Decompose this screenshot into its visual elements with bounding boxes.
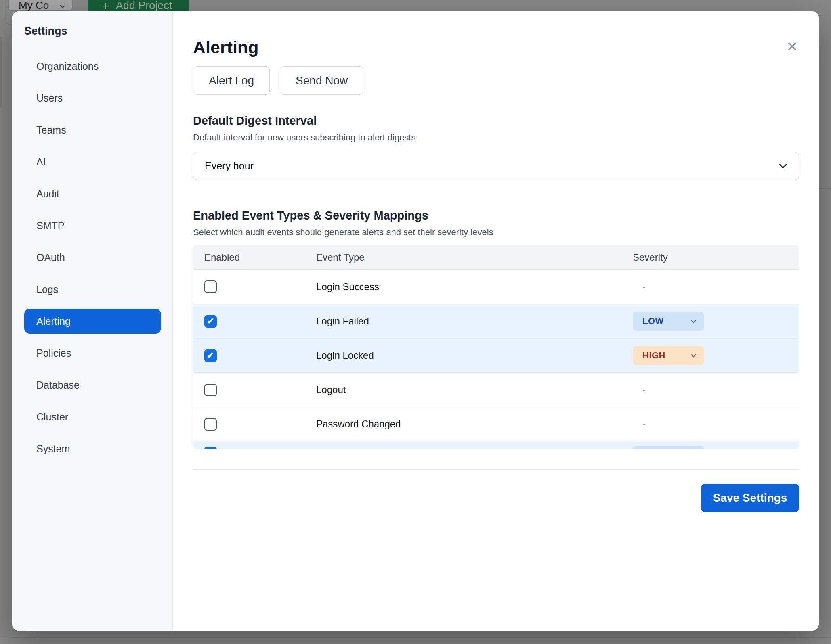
- alerting-panel: ✕ Alerting Alert Log Send Now Default Di…: [173, 11, 819, 631]
- sidebar-item-label: Alerting: [36, 316, 71, 327]
- sidebar-item-oauth[interactable]: OAuth: [24, 245, 161, 270]
- severity-empty: -: [642, 418, 646, 429]
- sidebar-item-users[interactable]: Users: [24, 86, 161, 111]
- sidebar-nav: Organizations Users Teams AI Audit SMTP …: [24, 54, 161, 461]
- severity-cell: HIGH: [633, 346, 799, 365]
- enabled-checkbox[interactable]: [204, 349, 217, 362]
- sidebar-item-smtp[interactable]: SMTP: [24, 213, 161, 238]
- sidebar-item-alerting[interactable]: Alerting: [24, 309, 161, 334]
- severity-cell: -: [633, 281, 799, 293]
- enabled-cell: [193, 349, 316, 362]
- background-panel-edge: [0, 37, 2, 107]
- send-now-button[interactable]: Send Now: [280, 66, 363, 95]
- enabled-cell: [193, 280, 316, 293]
- table-row: Login Success -: [193, 270, 799, 304]
- sidebar-item-policies[interactable]: Policies: [24, 341, 161, 366]
- severity-value: HIGH: [642, 350, 665, 361]
- footer: Save Settings: [193, 484, 799, 512]
- enabled-cell: [193, 384, 316, 396]
- digest-interval-heading: Default Digest Interval: [193, 114, 799, 128]
- background-shade: [0, 638, 831, 644]
- add-project-button[interactable]: + Add Project: [88, 0, 189, 13]
- save-settings-button[interactable]: Save Settings: [701, 484, 799, 512]
- severity-empty: -: [642, 281, 646, 292]
- enabled-cell: [193, 418, 316, 431]
- enabled-checkbox[interactable]: [204, 447, 217, 449]
- sidebar-title: Settings: [24, 25, 161, 38]
- digest-interval-value: Every hour: [205, 160, 254, 172]
- sidebar-item-organizations[interactable]: Organizations: [24, 54, 161, 79]
- table-row: Login Locked HIGH: [193, 338, 799, 372]
- settings-sidebar: Settings Organizations Users Teams AI Au…: [12, 11, 173, 631]
- enabled-cell: [193, 315, 316, 328]
- chevron-down-icon: [691, 318, 696, 323]
- column-header-event-type: Event Type: [316, 252, 633, 263]
- digest-interval-description: Default interval for new users subscribi…: [193, 132, 799, 143]
- table-body: Login Success - Login Failed LOW Login L…: [193, 270, 799, 441]
- sidebar-item-label: Teams: [36, 124, 66, 136]
- table-row: Password Changed -: [193, 407, 799, 441]
- event-type-label: Login Locked: [316, 350, 633, 361]
- severity-empty: -: [642, 384, 646, 395]
- event-types-heading: Enabled Event Types & Severity Mappings: [193, 209, 799, 222]
- alert-log-button[interactable]: Alert Log: [193, 66, 270, 95]
- background-divider: [819, 188, 831, 189]
- table-row: Login Failed LOW: [193, 304, 799, 338]
- sidebar-item-label: Policies: [36, 347, 71, 359]
- event-type-label: Login Success: [316, 281, 633, 293]
- severity-select[interactable]: LOW: [633, 312, 704, 331]
- digest-interval-select[interactable]: Every hour: [193, 152, 799, 180]
- company-switcher-button[interactable]: My Co: [8, 0, 73, 11]
- event-type-label: Logout: [316, 384, 633, 395]
- table-row-partial: [193, 441, 799, 449]
- enabled-checkbox[interactable]: [204, 315, 217, 328]
- page-title: Alerting: [193, 37, 799, 57]
- settings-modal: Settings Organizations Users Teams AI Au…: [12, 11, 819, 631]
- event-type-label: Password Changed: [316, 418, 633, 430]
- enabled-checkbox[interactable]: [204, 418, 217, 431]
- severity-select[interactable]: HIGH: [633, 346, 704, 365]
- plus-icon: +: [102, 2, 109, 10]
- severity-select[interactable]: [633, 446, 704, 449]
- sidebar-item-label: System: [36, 443, 70, 455]
- column-header-enabled: Enabled: [193, 252, 316, 263]
- sidebar-item-logs[interactable]: Logs: [24, 277, 161, 302]
- sidebar-item-label: Database: [36, 379, 80, 391]
- column-header-severity: Severity: [633, 252, 799, 263]
- sidebar-item-label: Audit: [36, 188, 59, 200]
- event-types-description: Select which audit events should generat…: [193, 227, 799, 238]
- sidebar-item-ai[interactable]: AI: [24, 149, 161, 174]
- add-project-label: Add Project: [116, 0, 172, 12]
- sidebar-item-label: SMTP: [36, 220, 64, 232]
- chevron-down-icon: [60, 3, 65, 8]
- close-icon[interactable]: ✕: [787, 40, 798, 53]
- sidebar-item-label: Logs: [36, 284, 58, 295]
- chevron-down-icon: [691, 352, 696, 358]
- footer-divider: [193, 469, 799, 470]
- event-types-table: Enabled Event Type Severity Login Succes…: [193, 245, 799, 449]
- sidebar-item-label: AI: [36, 156, 46, 168]
- company-switcher-label: My Co: [19, 0, 49, 12]
- sidebar-item-database[interactable]: Database: [24, 372, 161, 397]
- table-row: Logout -: [193, 372, 799, 407]
- enabled-checkbox[interactable]: [204, 280, 217, 293]
- sidebar-item-cluster[interactable]: Cluster: [24, 404, 161, 429]
- sidebar-item-audit[interactable]: Audit: [24, 181, 161, 206]
- toolbar: Alert Log Send Now: [193, 66, 799, 95]
- severity-cell: -: [633, 418, 799, 430]
- sidebar-item-teams[interactable]: Teams: [24, 117, 161, 142]
- enabled-checkbox[interactable]: [204, 384, 217, 396]
- chevron-down-icon: [779, 161, 787, 169]
- severity-cell: LOW: [633, 312, 799, 331]
- severity-cell: -: [633, 384, 799, 395]
- sidebar-item-label: Users: [36, 92, 63, 104]
- severity-value: LOW: [642, 316, 664, 326]
- sidebar-item-label: OAuth: [36, 252, 65, 263]
- sidebar-item-label: Cluster: [36, 411, 68, 423]
- sidebar-item-label: Organizations: [36, 61, 99, 72]
- table-header-row: Enabled Event Type Severity: [193, 245, 799, 270]
- sidebar-item-system[interactable]: System: [24, 436, 161, 461]
- event-type-label: Login Failed: [316, 316, 633, 327]
